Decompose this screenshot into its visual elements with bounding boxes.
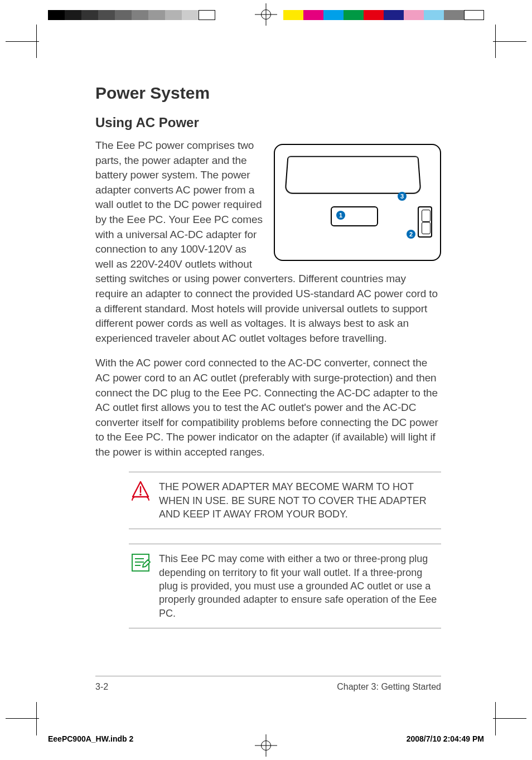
color-bar [283,10,484,20]
body-paragraph: With the AC power cord connected to the … [95,356,441,459]
callout-3: 3 [398,192,407,201]
info-text: This Eee PC may come with either a two o… [159,552,440,619]
callout-1: 1 [336,211,345,220]
info-note: This Eee PC may come with either a two o… [129,544,441,628]
page-title: Power System [95,84,441,103]
warning-text: THE POWER ADAPTER MAY BECOME WARM TO HOT… [159,480,440,521]
warning-note: THE POWER ADAPTER MAY BECOME WARM TO HOT… [129,472,441,529]
page-footer: 3-2 Chapter 3: Getting Started [95,676,441,692]
crop-mark [493,702,526,735]
slug-timestamp: 2008/7/10 2:04:49 PM [407,734,484,743]
warning-icon [130,480,151,504]
section-heading: Using AC Power [95,115,441,130]
crop-mark [6,25,39,58]
chapter-label: Chapter 3: Getting Started [337,682,441,692]
page-number: 3-2 [95,682,108,692]
crop-mark [6,702,39,735]
crop-mark [493,25,526,58]
note-icon [130,552,151,575]
grayscale-bar [48,10,215,20]
svg-point-1 [139,494,142,496]
print-slug: EeePC900A_HW.indb 2 2008/7/10 2:04:49 PM [48,734,484,743]
adapter-diagram: 1 2 3 [274,144,441,261]
registration-mark-top [255,3,277,26]
page-root: { "heading": "Power System", "subheading… [0,0,532,760]
content-column: Power System Using AC Power 1 2 3 The Ee… [95,84,441,628]
callout-2: 2 [407,230,415,239]
slug-file: EeePC900A_HW.indb 2 [48,734,133,743]
